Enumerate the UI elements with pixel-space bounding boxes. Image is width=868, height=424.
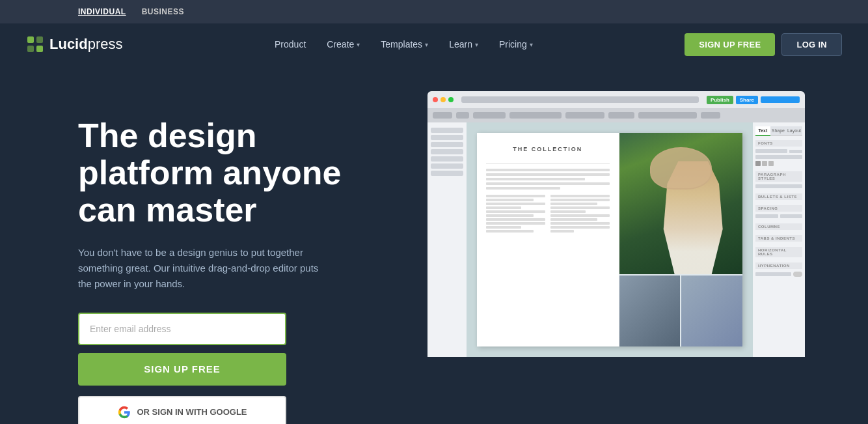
signup-button[interactable]: SIGN UP FREE xyxy=(685,33,775,56)
panel-item xyxy=(431,128,463,133)
rpanel-fonts: Fonts xyxy=(755,140,802,166)
page-text-block xyxy=(486,169,610,190)
editor-left-panel xyxy=(427,122,467,357)
hero-title: The design platform anyone can master xyxy=(78,117,377,229)
toolbar-item xyxy=(473,112,506,119)
nav-templates[interactable]: Templates ▾ xyxy=(372,34,437,55)
document-page: THE COLLECTION xyxy=(477,133,742,346)
nav-pricing[interactable]: Pricing ▾ xyxy=(490,34,542,55)
rpanel-style-row xyxy=(755,155,802,159)
header-actions: SIGN UP FREE LOG IN xyxy=(685,33,842,56)
page-left: THE COLLECTION xyxy=(477,133,619,346)
chevron-down-icon: ▾ xyxy=(530,41,533,48)
panel-item xyxy=(431,171,463,176)
browser-close-dot xyxy=(433,97,438,102)
toolbar-item xyxy=(701,112,720,119)
hero-section: The design platform anyone can master Yo… xyxy=(0,65,868,424)
browser-chrome: Publish Share xyxy=(427,91,805,108)
photo-thumb-2 xyxy=(680,276,742,346)
text-line xyxy=(486,206,521,209)
text-line xyxy=(486,218,545,221)
rpanel-tab-shape[interactable]: Shape xyxy=(770,126,786,136)
hero-subtitle: You don't have to be a design genius to … xyxy=(78,245,325,292)
toolbar-item xyxy=(433,112,452,119)
text-line xyxy=(550,210,586,213)
login-button[interactable]: LOG IN xyxy=(781,33,842,56)
text-line xyxy=(486,187,560,190)
chevron-down-icon: ▾ xyxy=(475,41,478,48)
nav-product[interactable]: Product xyxy=(265,34,315,55)
page-columns xyxy=(486,195,610,233)
rpanel-tab-layout[interactable]: Layout xyxy=(786,126,802,136)
google-signin-button[interactable]: OR SIGN IN WITH GOOGLE xyxy=(78,396,286,424)
editor-right-panel: Text Shape Layout Fonts xyxy=(753,122,805,357)
bold-icon[interactable] xyxy=(755,161,761,166)
svg-rect-0 xyxy=(27,36,34,43)
panel-item xyxy=(431,149,463,154)
top-bar-business[interactable]: BUSINESS xyxy=(142,7,184,16)
header: Lucidpress Product Create ▾ Templates ▾ … xyxy=(0,23,868,65)
toolbar-item xyxy=(638,112,697,119)
email-input[interactable] xyxy=(78,313,286,345)
text-line xyxy=(486,203,545,205)
person-head xyxy=(650,147,712,190)
svg-rect-2 xyxy=(27,46,34,52)
page-title-area: THE COLLECTION xyxy=(486,146,610,152)
toolbar-btn-green[interactable]: Publish xyxy=(707,96,733,104)
page-col-left xyxy=(486,195,545,233)
panel-item xyxy=(431,142,463,147)
divider xyxy=(486,163,610,163)
text-line xyxy=(550,199,610,201)
hero-photo xyxy=(619,133,743,274)
text-line xyxy=(486,169,610,171)
chevron-down-icon: ▾ xyxy=(425,41,428,48)
nav-create[interactable]: Create ▾ xyxy=(318,34,369,55)
rpanel-icons-row xyxy=(755,161,802,166)
main-nav: Product Create ▾ Templates ▾ Learn ▾ Pri… xyxy=(265,34,542,55)
text-line xyxy=(486,222,545,225)
editor-canvas: THE COLLECTION xyxy=(467,122,753,357)
rpanel-tab-text[interactable]: Text xyxy=(755,126,770,136)
panel-item xyxy=(431,156,463,162)
text-line xyxy=(486,199,534,201)
toolbar-btn-blue[interactable]: Share xyxy=(736,96,758,104)
text-line xyxy=(550,214,610,217)
text-line xyxy=(486,173,610,176)
rpanel-tabs: Text Shape Layout xyxy=(755,126,802,136)
rpanel-font-row xyxy=(755,149,802,153)
rpanel-columns: Columns xyxy=(755,223,802,230)
editor-toolbar xyxy=(427,108,805,122)
text-line xyxy=(486,182,610,185)
hero-signup-button[interactable]: SIGN UP FREE xyxy=(78,353,286,386)
design-btn xyxy=(761,96,800,103)
text-line xyxy=(550,218,598,221)
logo-text: Lucidpress xyxy=(49,36,122,53)
text-line xyxy=(550,206,610,209)
hero-left: The design platform anyone can master Yo… xyxy=(78,104,377,424)
panel-item xyxy=(431,135,463,140)
text-line xyxy=(550,226,610,229)
italic-icon[interactable] xyxy=(762,161,767,166)
text-line xyxy=(486,226,521,229)
text-line xyxy=(486,195,545,197)
text-line xyxy=(550,203,598,205)
toggle-icon[interactable] xyxy=(793,272,802,277)
underline-icon[interactable] xyxy=(768,161,774,166)
browser-max-dot xyxy=(448,97,454,102)
top-bar: INDIVIDUAL BUSINESS xyxy=(0,0,868,23)
photo-thumb-1 xyxy=(619,276,681,346)
toolbar-item xyxy=(456,112,469,119)
rpanel-hyphenation: Hyphenation xyxy=(755,262,802,277)
page-right xyxy=(619,133,743,346)
top-bar-individual[interactable]: INDIVIDUAL xyxy=(78,7,126,16)
toolbar-item xyxy=(608,112,634,119)
editor-mockup: Publish Share xyxy=(427,91,805,357)
address-bar xyxy=(461,96,699,103)
collection-title: THE COLLECTION xyxy=(486,146,610,152)
nav-learn[interactable]: Learn ▾ xyxy=(440,34,487,55)
toolbar-item xyxy=(509,112,562,119)
editor-content: THE COLLECTION xyxy=(427,122,805,357)
text-line xyxy=(550,222,610,225)
text-line xyxy=(550,195,610,197)
logo[interactable]: Lucidpress xyxy=(26,35,122,53)
